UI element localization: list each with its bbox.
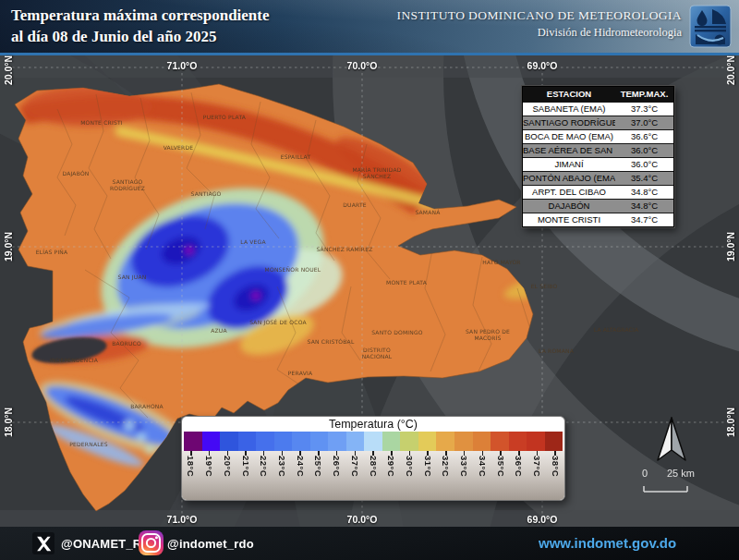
legend-swatch [256,432,274,451]
station-temp: 34.8°C [615,200,673,213]
legend-label: 21°C [236,451,255,500]
weather-map-page: Temperatura máxima correspondiente al dí… [0,0,739,560]
scale-bar-distance: 25 km [667,468,695,479]
station-temp: 37.0°C [615,116,673,129]
station-name: JIMANÍ [523,158,615,171]
legend-swatch [527,432,545,451]
lon-label-top-71: 71.0°O [167,60,198,71]
station-name: SABANETA (EMA) [523,103,615,116]
legend-label: 33°C [455,451,474,500]
lon-label-bottom-69: 69.0°O [527,514,558,525]
station-row: SABANETA (EMA)37.3°C [523,102,673,116]
station-temperature-table: ESTACION TEMP.MAX. SABANETA (EMA)37.3°CS… [522,86,674,227]
legend-label: 20°C [218,451,236,500]
station-row: JIMANÍ36.0°C [523,157,673,171]
legend-swatch [202,432,221,451]
legend-label: 23°C [273,451,292,500]
legend-swatch [310,432,329,451]
station-row: ARPT. DEL CIBAO34.8°C [523,185,673,199]
station-row: PONTÓN ABAJO (EMA)35.4°C [523,171,673,185]
station-temp: 37.3°C [615,103,673,116]
lat-label-left-20: 20.0°N [3,55,14,85]
legend-swatch [382,432,401,451]
institute-block: INSTITUTO DOMINICANO DE METEOROLOGIA Div… [397,8,683,40]
legend-swatch [364,432,382,451]
legend-label: 34°C [474,451,492,500]
legend-swatch [400,432,418,451]
legend-swatch [238,432,257,451]
legend-swatch [346,432,365,451]
legend-label: 24°C [291,451,309,500]
station-row: MONTE CRISTI34.7°C [523,213,673,226]
lon-label-bottom-71: 71.0°O [167,514,198,525]
legend-swatch [418,432,437,451]
legend-swatch [454,432,473,451]
station-name: SANTIAGO RODRÍGUEZ [523,116,615,129]
instagram-icon [139,530,164,555]
legend-swatch [220,432,238,451]
legend-swatch [274,432,293,451]
legend-swatch [436,432,454,451]
legend-swatch [328,432,346,451]
station-temp: 34.7°C [615,213,673,226]
footer-bar: @ONAMET_RDO @indomet_rdo www.indomet.gov… [0,527,739,560]
legend-label: 27°C [345,451,364,500]
temperature-legend: Temperatura (°C) 18°C19°C20°C21°C22°C23°… [181,416,565,501]
legend-label: 22°C [255,451,273,500]
legend-tick-labels: 18°C19°C20°C21°C22°C23°C24°C25°C26°C27°C… [182,451,564,500]
x-twitter-icon [32,532,55,554]
station-row: BOCA DE MAO (EMA)36.6°C [523,129,673,143]
table-body: SABANETA (EMA)37.3°CSANTIAGO RODRÍGUEZ37… [523,102,673,226]
legend-swatch [184,432,202,451]
lon-label-top-70: 70.0°O [347,60,378,71]
instagram-handle[interactable]: @indomet_rdo [167,537,254,551]
website-link[interactable]: www.indomet.gov.do [539,535,676,551]
legend-label: 31°C [418,451,437,500]
table-header-tempmax: TEMP.MAX. [615,87,673,102]
legend-label: 29°C [382,451,401,500]
station-name: BASE AÉREA DE SAN ISIDRO [523,144,615,157]
legend-label: 36°C [510,451,528,500]
legend-label: 37°C [528,451,547,500]
legend-label: 30°C [401,451,419,500]
legend-swatch [473,432,491,451]
station-temp: 36.6°C [615,130,673,143]
table-header-station: ESTACION [523,87,615,102]
station-temp: 34.8°C [615,186,673,199]
page-title-line1: Temperatura máxima correspondiente [11,5,270,26]
legend-swatch [545,432,563,451]
scale-bar-zero: 0 [642,468,648,479]
legend-swatch [292,432,310,451]
legend-label: 38°C [546,451,564,500]
station-row: DAJABÓN34.8°C [523,199,673,213]
lat-label-left-19: 19.0°N [3,232,14,262]
station-row: SANTIAGO RODRÍGUEZ37.0°C [523,116,673,129]
table-header-row: ESTACION TEMP.MAX. [523,87,673,102]
division-name: División de Hidrometeorologia [397,26,683,40]
station-name: BOCA DE MAO (EMA) [523,130,615,143]
station-name: DAJABÓN [523,200,615,213]
lat-label-right-20: 20.0°N [725,55,736,85]
station-temp: 35.4°C [615,172,673,185]
legend-color-ramp [184,432,563,451]
legend-title: Temperatura (°C) [182,417,564,432]
page-title: Temperatura máxima correspondiente al dí… [11,5,270,47]
lat-label-right-19: 19.0°N [725,232,736,262]
legend-swatch [491,432,509,451]
legend-label: 19°C [200,451,219,500]
indomet-logo-icon [689,5,732,48]
legend-label: 26°C [328,451,346,500]
station-name: PONTÓN ABAJO (EMA) [523,172,615,185]
page-title-line2: al día 08 de Junio del año 2025 [11,26,270,47]
header-bar: Temperatura máxima correspondiente al dí… [0,0,739,55]
lat-label-left-18: 18.0°N [3,408,14,437]
legend-label: 28°C [364,451,382,500]
station-temp: 36.0°C [615,158,673,171]
station-row: BASE AÉREA DE SAN ISIDRO36.0°C [523,143,673,157]
institute-name: INSTITUTO DOMINICANO DE METEOROLOGIA [397,8,683,23]
station-name: MONTE CRISTI [523,213,615,226]
lon-label-top-69: 69.0°O [527,60,558,71]
map-area: 0 25 km 71.0°O 70.0°O 69.0°O 71.0°O 70.0… [0,55,739,527]
legend-label: 32°C [437,451,455,500]
lon-label-bottom-70: 70.0°O [347,514,378,525]
